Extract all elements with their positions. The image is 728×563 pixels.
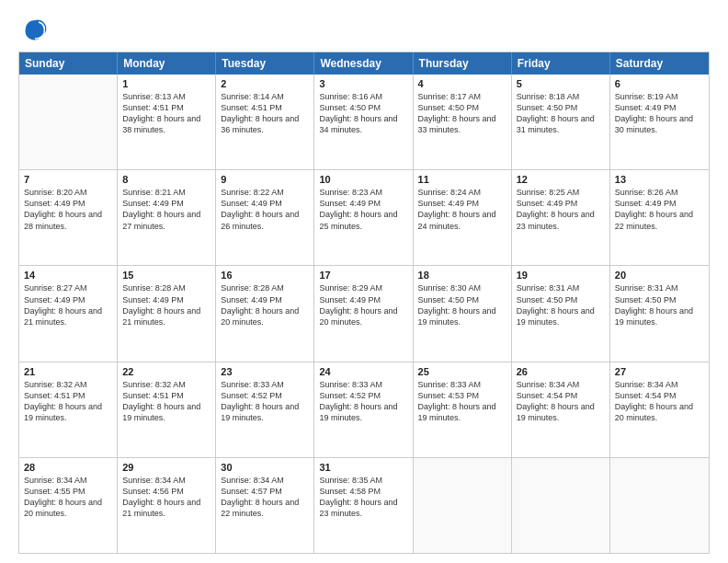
calendar-cell: 21Sunrise: 8:32 AMSunset: 4:51 PMDayligh… bbox=[19, 362, 118, 457]
calendar-cell: 27Sunrise: 8:34 AMSunset: 4:54 PMDayligh… bbox=[610, 362, 709, 457]
calendar-cell bbox=[512, 458, 610, 553]
cell-info: Sunrise: 8:31 AMSunset: 4:50 PMDaylight:… bbox=[517, 282, 605, 327]
day-number: 18 bbox=[418, 270, 506, 281]
calendar-cell: 20Sunrise: 8:31 AMSunset: 4:50 PMDayligh… bbox=[610, 266, 709, 361]
calendar-cell: 16Sunrise: 8:28 AMSunset: 4:49 PMDayligh… bbox=[216, 266, 314, 361]
cell-info: Sunrise: 8:28 AMSunset: 4:49 PMDaylight:… bbox=[122, 282, 210, 327]
cell-info: Sunrise: 8:22 AMSunset: 4:49 PMDaylight:… bbox=[221, 187, 309, 232]
cell-info: Sunrise: 8:34 AMSunset: 4:54 PMDaylight:… bbox=[615, 379, 704, 424]
header bbox=[18, 17, 710, 42]
cell-info: Sunrise: 8:21 AMSunset: 4:49 PMDaylight:… bbox=[122, 187, 210, 232]
day-number: 29 bbox=[122, 462, 210, 473]
calendar-cell: 19Sunrise: 8:31 AMSunset: 4:50 PMDayligh… bbox=[512, 266, 610, 361]
day-number: 9 bbox=[221, 174, 309, 185]
day-number: 30 bbox=[221, 462, 309, 473]
calendar-cell: 29Sunrise: 8:34 AMSunset: 4:56 PMDayligh… bbox=[118, 458, 216, 553]
cell-info: Sunrise: 8:26 AMSunset: 4:49 PMDaylight:… bbox=[615, 187, 704, 232]
day-number: 19 bbox=[517, 270, 605, 281]
cal-header-day: Friday bbox=[512, 52, 610, 75]
cell-info: Sunrise: 8:19 AMSunset: 4:49 PMDaylight:… bbox=[615, 91, 704, 136]
cell-info: Sunrise: 8:24 AMSunset: 4:49 PMDaylight:… bbox=[418, 187, 506, 232]
calendar-cell: 17Sunrise: 8:29 AMSunset: 4:49 PMDayligh… bbox=[314, 266, 413, 361]
day-number: 26 bbox=[517, 366, 605, 377]
cell-info: Sunrise: 8:34 AMSunset: 4:56 PMDaylight:… bbox=[122, 475, 210, 520]
cal-header-day: Saturday bbox=[610, 52, 709, 75]
day-number: 6 bbox=[615, 78, 704, 89]
cell-info: Sunrise: 8:25 AMSunset: 4:49 PMDaylight:… bbox=[517, 187, 605, 232]
cell-info: Sunrise: 8:32 AMSunset: 4:51 PMDaylight:… bbox=[122, 379, 210, 424]
cell-info: Sunrise: 8:34 AMSunset: 4:55 PMDaylight:… bbox=[24, 475, 112, 520]
day-number: 24 bbox=[319, 366, 407, 377]
cell-info: Sunrise: 8:16 AMSunset: 4:50 PMDaylight:… bbox=[319, 91, 407, 136]
calendar-cell bbox=[19, 75, 118, 169]
day-number: 3 bbox=[319, 78, 407, 89]
cell-info: Sunrise: 8:27 AMSunset: 4:49 PMDaylight:… bbox=[24, 282, 112, 327]
calendar: SundayMondayTuesdayWednesdayThursdayFrid… bbox=[18, 52, 710, 554]
day-number: 14 bbox=[24, 270, 112, 281]
calendar-cell bbox=[610, 458, 709, 553]
calendar-cell: 1Sunrise: 8:13 AMSunset: 4:51 PMDaylight… bbox=[118, 75, 216, 169]
calendar-cell: 15Sunrise: 8:28 AMSunset: 4:49 PMDayligh… bbox=[118, 266, 216, 361]
logo bbox=[18, 17, 48, 42]
day-number: 1 bbox=[122, 78, 210, 89]
cell-info: Sunrise: 8:13 AMSunset: 4:51 PMDaylight:… bbox=[122, 91, 210, 136]
calendar-cell: 25Sunrise: 8:33 AMSunset: 4:53 PMDayligh… bbox=[414, 362, 512, 457]
calendar-row: 28Sunrise: 8:34 AMSunset: 4:55 PMDayligh… bbox=[19, 458, 709, 553]
calendar-cell: 28Sunrise: 8:34 AMSunset: 4:55 PMDayligh… bbox=[19, 458, 118, 553]
page: SundayMondayTuesdayWednesdayThursdayFrid… bbox=[0, 0, 728, 563]
day-number: 21 bbox=[24, 366, 112, 377]
calendar-cell: 3Sunrise: 8:16 AMSunset: 4:50 PMDaylight… bbox=[314, 75, 413, 169]
cell-info: Sunrise: 8:33 AMSunset: 4:52 PMDaylight:… bbox=[221, 379, 309, 424]
cell-info: Sunrise: 8:33 AMSunset: 4:53 PMDaylight:… bbox=[418, 379, 506, 424]
calendar-cell: 18Sunrise: 8:30 AMSunset: 4:50 PMDayligh… bbox=[414, 266, 512, 361]
cell-info: Sunrise: 8:28 AMSunset: 4:49 PMDaylight:… bbox=[221, 282, 309, 327]
cell-info: Sunrise: 8:14 AMSunset: 4:51 PMDaylight:… bbox=[221, 91, 309, 136]
calendar-cell: 24Sunrise: 8:33 AMSunset: 4:52 PMDayligh… bbox=[314, 362, 413, 457]
calendar-cell: 22Sunrise: 8:32 AMSunset: 4:51 PMDayligh… bbox=[118, 362, 216, 457]
cal-header-day: Sunday bbox=[19, 52, 118, 75]
cell-info: Sunrise: 8:31 AMSunset: 4:50 PMDaylight:… bbox=[615, 282, 704, 327]
calendar-cell: 8Sunrise: 8:21 AMSunset: 4:49 PMDaylight… bbox=[118, 170, 216, 265]
calendar-cell: 10Sunrise: 8:23 AMSunset: 4:49 PMDayligh… bbox=[314, 170, 413, 265]
day-number: 15 bbox=[122, 270, 210, 281]
calendar-row: 21Sunrise: 8:32 AMSunset: 4:51 PMDayligh… bbox=[19, 362, 709, 458]
calendar-cell: 13Sunrise: 8:26 AMSunset: 4:49 PMDayligh… bbox=[610, 170, 709, 265]
calendar-row: 7Sunrise: 8:20 AMSunset: 4:49 PMDaylight… bbox=[19, 170, 709, 266]
day-number: 2 bbox=[221, 78, 309, 89]
day-number: 16 bbox=[221, 270, 309, 281]
cal-header-day: Monday bbox=[118, 52, 216, 75]
calendar-cell: 14Sunrise: 8:27 AMSunset: 4:49 PMDayligh… bbox=[19, 266, 118, 361]
day-number: 22 bbox=[122, 366, 210, 377]
cell-info: Sunrise: 8:20 AMSunset: 4:49 PMDaylight:… bbox=[24, 187, 112, 232]
day-number: 11 bbox=[418, 174, 506, 185]
calendar-row: 14Sunrise: 8:27 AMSunset: 4:49 PMDayligh… bbox=[19, 266, 709, 362]
cell-info: Sunrise: 8:32 AMSunset: 4:51 PMDaylight:… bbox=[24, 379, 112, 424]
day-number: 13 bbox=[615, 174, 704, 185]
calendar-header-row: SundayMondayTuesdayWednesdayThursdayFrid… bbox=[19, 52, 709, 75]
day-number: 27 bbox=[615, 366, 704, 377]
day-number: 23 bbox=[221, 366, 309, 377]
cell-info: Sunrise: 8:18 AMSunset: 4:50 PMDaylight:… bbox=[517, 91, 605, 136]
calendar-cell bbox=[414, 458, 512, 553]
cell-info: Sunrise: 8:33 AMSunset: 4:52 PMDaylight:… bbox=[319, 379, 407, 424]
cell-info: Sunrise: 8:34 AMSunset: 4:57 PMDaylight:… bbox=[221, 475, 309, 520]
day-number: 10 bbox=[319, 174, 407, 185]
day-number: 20 bbox=[615, 270, 704, 281]
calendar-cell: 2Sunrise: 8:14 AMSunset: 4:51 PMDaylight… bbox=[216, 75, 314, 169]
cal-header-day: Thursday bbox=[414, 52, 512, 75]
calendar-cell: 12Sunrise: 8:25 AMSunset: 4:49 PMDayligh… bbox=[512, 170, 610, 265]
calendar-cell: 7Sunrise: 8:20 AMSunset: 4:49 PMDaylight… bbox=[19, 170, 118, 265]
calendar-cell: 6Sunrise: 8:19 AMSunset: 4:49 PMDaylight… bbox=[610, 75, 709, 169]
calendar-body: 1Sunrise: 8:13 AMSunset: 4:51 PMDaylight… bbox=[19, 75, 709, 553]
calendar-row: 1Sunrise: 8:13 AMSunset: 4:51 PMDaylight… bbox=[19, 75, 709, 170]
day-number: 8 bbox=[122, 174, 210, 185]
cell-info: Sunrise: 8:34 AMSunset: 4:54 PMDaylight:… bbox=[517, 379, 605, 424]
day-number: 4 bbox=[418, 78, 506, 89]
cell-info: Sunrise: 8:17 AMSunset: 4:50 PMDaylight:… bbox=[418, 91, 506, 136]
day-number: 7 bbox=[24, 174, 112, 185]
day-number: 12 bbox=[517, 174, 605, 185]
cell-info: Sunrise: 8:23 AMSunset: 4:49 PMDaylight:… bbox=[319, 187, 407, 232]
cell-info: Sunrise: 8:35 AMSunset: 4:58 PMDaylight:… bbox=[319, 475, 407, 520]
calendar-cell: 4Sunrise: 8:17 AMSunset: 4:50 PMDaylight… bbox=[414, 75, 512, 169]
calendar-cell: 5Sunrise: 8:18 AMSunset: 4:50 PMDaylight… bbox=[512, 75, 610, 169]
